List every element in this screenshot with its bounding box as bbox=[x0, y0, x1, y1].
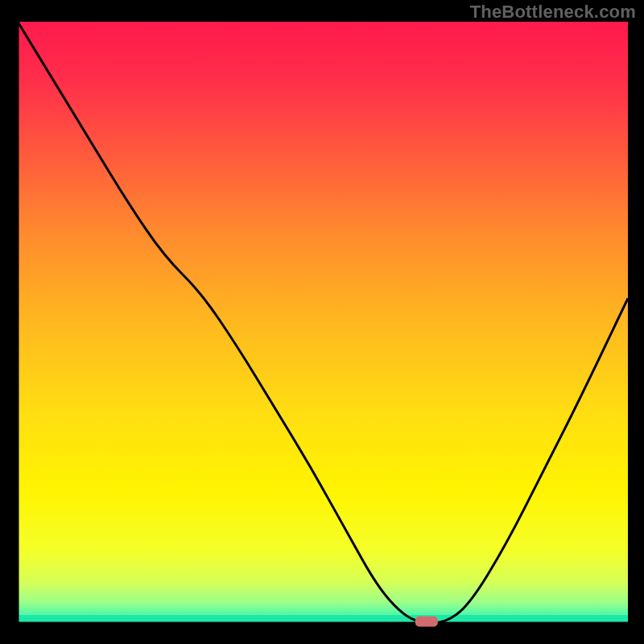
optimal-marker bbox=[415, 617, 438, 627]
watermark-text: TheBottleneck.com bbox=[470, 2, 636, 23]
chart-frame: TheBottleneck.com bbox=[0, 0, 644, 644]
bottleneck-chart bbox=[0, 0, 644, 644]
plot-background bbox=[18, 22, 628, 623]
